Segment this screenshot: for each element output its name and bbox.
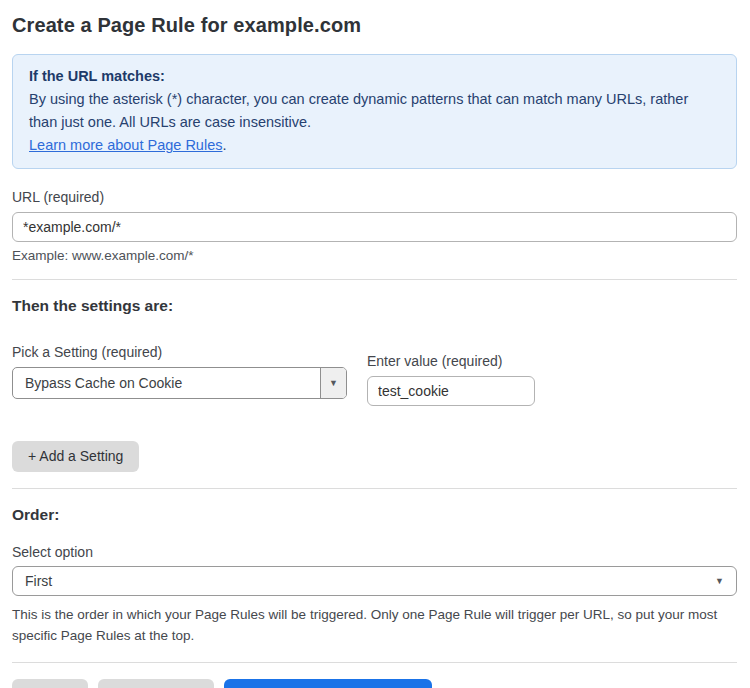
chevron-down-icon: ▼ (329, 378, 338, 388)
setting-select[interactable]: Bypass Cache on Cookie ▼ (12, 367, 347, 399)
footer-actions: Cancel Save as Draft Save and Deploy Pag… (12, 679, 737, 688)
save-and-deploy-button[interactable]: Save and Deploy Page Rule (224, 679, 432, 688)
setting-value-label: Enter value (required) (367, 353, 535, 369)
order-helper-text: This is the order in which your Page Rul… (12, 604, 732, 646)
info-box-heading: If the URL matches: (29, 65, 720, 88)
url-field-label: URL (required) (12, 189, 737, 205)
order-section-heading: Order: (12, 506, 737, 524)
add-setting-button[interactable]: + Add a Setting (12, 441, 139, 472)
order-select[interactable]: First ▼ (12, 566, 737, 596)
setting-select-column: Pick a Setting (required) Bypass Cache o… (12, 344, 347, 399)
settings-section-heading: Then the settings are: (12, 297, 737, 315)
divider (12, 488, 737, 489)
create-page-rule-panel: Create a Page Rule for example.com If th… (0, 0, 750, 688)
info-box-body: By using the asterisk (*) character, you… (29, 88, 720, 134)
setting-value-input[interactable] (367, 376, 535, 406)
setting-select-arrow-button[interactable]: ▼ (320, 368, 346, 398)
url-match-info-box: If the URL matches: By using the asteris… (12, 54, 737, 169)
setting-select-label: Pick a Setting (required) (12, 344, 347, 360)
url-example-helper: Example: www.example.com/* (12, 248, 737, 263)
setting-value-column: Enter value (required) (367, 353, 535, 406)
divider (12, 662, 737, 663)
learn-more-link[interactable]: Learn more about Page Rules (29, 137, 222, 153)
info-box-link-line: Learn more about Page Rules. (29, 134, 720, 157)
order-select-value: First (25, 573, 715, 589)
settings-row: Pick a Setting (required) Bypass Cache o… (12, 344, 737, 406)
cancel-button[interactable]: Cancel (12, 679, 88, 688)
chevron-down-icon: ▼ (715, 576, 724, 586)
link-suffix: . (222, 137, 226, 153)
save-as-draft-button[interactable]: Save as Draft (98, 679, 215, 688)
divider (12, 279, 737, 280)
url-input[interactable] (12, 212, 737, 242)
page-title: Create a Page Rule for example.com (12, 14, 737, 37)
order-select-label: Select option (12, 544, 737, 560)
setting-select-value: Bypass Cache on Cookie (13, 375, 320, 391)
